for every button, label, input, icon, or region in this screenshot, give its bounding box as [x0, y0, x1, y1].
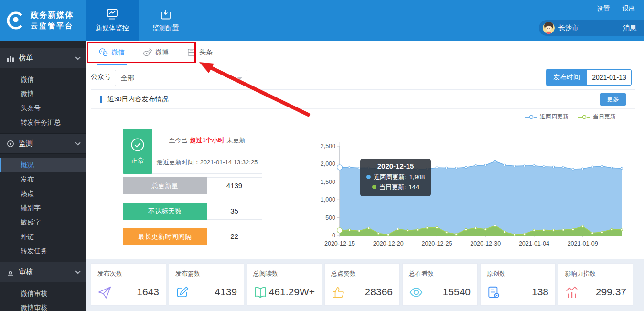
status-label: 正常 [131, 157, 144, 165]
sidebar-group-rankings[interactable]: 榜单 [0, 48, 86, 68]
tab-weibo[interactable]: 微博 [141, 41, 171, 65]
stat-row-max-update-gap: 最长更新时间间隔 22 [123, 228, 262, 245]
stamp-icon [7, 268, 14, 276]
user-pill[interactable]: 长沙市 消息 [539, 20, 644, 36]
card-label: 原创数 [487, 269, 505, 278]
sidebar-item-publish[interactable]: 发布 [0, 172, 86, 186]
header-nav: 新媒体监控 监测配置 [86, 0, 193, 41]
stat-value: 4139 [207, 177, 262, 194]
logout-link[interactable]: 退出 [622, 5, 635, 13]
sidebar-item-forward-summary[interactable]: 转发任务汇总 [0, 115, 86, 129]
sidebar: 榜单 微信 微博 头条号 转发任务汇总 监测 概况 发布 热点 错别字 敏感字 … [0, 41, 86, 311]
svg-text:2020-12-25: 2020-12-25 [421, 240, 452, 247]
publish-trend-chart[interactable]: 近两周更新 当日更新 05001,0001,5002,0002,5002020-… [309, 113, 636, 256]
svg-text:2021-01-04: 2021-01-04 [519, 240, 549, 247]
account-filter-label: 公众号 [91, 73, 111, 81]
legend-marker-icon [578, 115, 590, 119]
sidebar-item-typos[interactable]: 错别字 [0, 201, 86, 215]
card-influence-index: 影响力指数 299.37 [558, 263, 633, 306]
status-line2: 最近更新时间：2021-01-14 13:32:25 [152, 151, 262, 173]
chevron-down-icon [75, 268, 80, 274]
logo-line1: 政务新媒体 [31, 10, 74, 21]
card-label: 影响力指数 [565, 269, 596, 278]
publish-time-button[interactable]: 发布时间 [546, 70, 587, 85]
sidebar-item-external-links[interactable]: 外链 [0, 229, 86, 244]
series-dot [366, 175, 371, 179]
sidebar-group-label: 审核 [19, 268, 33, 277]
stat-label: 不达标天数 [123, 203, 207, 220]
messages-link[interactable]: 消息 [623, 24, 636, 32]
sidebar-item-weibo[interactable]: 微博 [0, 86, 86, 101]
sidebar-item-sensitive-words[interactable]: 敏感字 [0, 215, 86, 229]
svg-text:1,500: 1,500 [321, 179, 335, 185]
sidebar-item-weibo-audit[interactable]: 微博审核 [0, 300, 86, 311]
stat-value: 22 [207, 228, 262, 245]
nav-label: 监测配置 [152, 24, 179, 32]
legend-label: 当日更新 [593, 113, 616, 121]
svg-text:0: 0 [332, 232, 335, 239]
publish-date-value[interactable]: 2021-01-13 [587, 70, 631, 85]
card-value: 461.29W+ [269, 286, 315, 298]
edit-icon [175, 285, 190, 300]
card-original-count: 原创数 138 [480, 263, 556, 306]
stat-value: 35 [207, 203, 262, 220]
check-circle-icon [130, 138, 145, 152]
svg-text:500: 500 [325, 214, 335, 221]
card-total-watching: 总在看数 15540 [402, 263, 478, 306]
avatar [543, 22, 555, 34]
wechat-icon [99, 48, 108, 57]
user-name: 长沙市 [558, 24, 617, 32]
card-value: 28366 [365, 286, 393, 298]
target-icon [7, 140, 14, 148]
svg-text:2020-12-20: 2020-12-20 [373, 240, 404, 247]
legend-daily-updates[interactable]: 当日更新 [578, 113, 616, 121]
card-value: 15540 [443, 286, 471, 298]
svg-text:2,500: 2,500 [321, 143, 335, 150]
chevron-down-icon [75, 140, 80, 145]
legend-marker-icon [525, 115, 537, 119]
sidebar-group-audit[interactable]: 审核 [0, 262, 86, 282]
filter-row: 公众号 全部 发布时间 2021-01-13 [86, 65, 644, 89]
title-accent-bar [100, 96, 102, 103]
nav-media-monitor[interactable]: 新媒体监控 [86, 0, 139, 41]
tooltip-row-biweekly: 近两周更新:1,908 [366, 172, 425, 182]
settings-link[interactable]: 设置 [597, 5, 610, 13]
monitor-chart-icon [106, 9, 118, 20]
card-value: 4139 [215, 286, 237, 298]
more-button[interactable]: 更多 [600, 93, 626, 106]
logo-icon [5, 10, 27, 32]
sidebar-item-forward-task[interactable]: 转发任务 [0, 244, 86, 258]
eye-icon [409, 285, 423, 300]
svg-text:2020-12-30: 2020-12-30 [470, 240, 501, 247]
nav-monitor-config[interactable]: 监测配置 [139, 0, 193, 41]
influence-chart-icon [565, 285, 579, 300]
stat-row-total-updates: 总更新量 4139 [123, 177, 262, 194]
sidebar-item-overview[interactable]: 概况 [0, 158, 86, 172]
update-status-box: 至今已 超过1个小时 未更新 最近更新时间：2021-01-14 13:32:2… [152, 129, 262, 174]
card-label: 发布篇数 [175, 269, 200, 278]
account-select[interactable]: 全部 [115, 70, 247, 86]
account-select-value: 全部 [121, 74, 134, 82]
nav-label: 新媒体监控 [96, 24, 129, 32]
thumbs-up-icon [331, 285, 345, 300]
series-dot [372, 185, 376, 189]
svg-text:2020-12-15: 2020-12-15 [324, 240, 355, 247]
card-value: 1643 [137, 286, 159, 298]
sidebar-group-monitoring[interactable]: 监测 [0, 133, 86, 154]
legend-label: 近两周更新 [540, 113, 569, 121]
sidebar-item-wechat[interactable]: 微信 [0, 72, 86, 86]
tab-toutiao[interactable]: 头条 [185, 41, 215, 65]
stat-label: 总更新量 [123, 177, 207, 194]
sidebar-item-toutiao[interactable]: 头条号 [0, 101, 86, 115]
sidebar-item-hotspot[interactable]: 热点 [0, 186, 86, 201]
stat-label: 最长更新时间间隔 [123, 228, 207, 245]
svg-text:1,000: 1,000 [321, 196, 335, 203]
tab-wechat[interactable]: 微信 [97, 41, 127, 65]
sidebar-group-label: 榜单 [19, 54, 33, 63]
legend-biweekly-updates[interactable]: 近两周更新 [525, 113, 569, 121]
sidebar-item-wechat-audit[interactable]: 微信审核 [0, 286, 86, 300]
platform-tabbar: 微信 微博 头条 [86, 41, 644, 65]
original-doc-icon [487, 285, 501, 300]
area-chart[interactable]: 05001,0001,5002,0002,5002020-12-152020-1… [309, 121, 636, 255]
card-article-count: 发布篇数 4139 [169, 263, 244, 306]
